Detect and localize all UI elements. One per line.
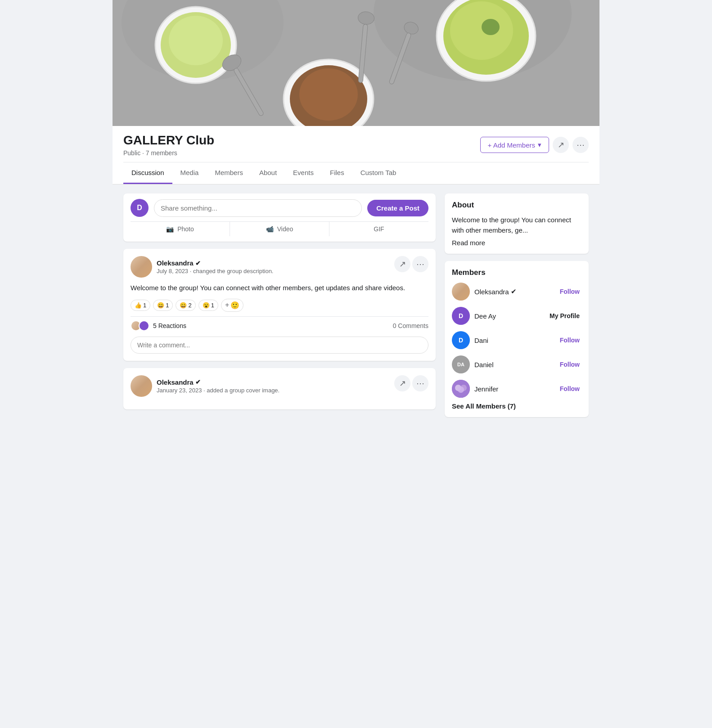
post-author-details-2: Oleksandra ✔ January 23, 2023 · added a … <box>157 378 279 394</box>
composer-top: D Create a Post <box>131 199 428 217</box>
reactions-count-1: 5 Reactions <box>153 322 186 329</box>
sidebar-column: About Welcome to the group! You can conn… <box>445 193 589 417</box>
my-profile-button[interactable]: My Profile <box>548 310 581 321</box>
add-members-label: + Add Members <box>488 141 535 149</box>
group-header-top: GALLERY Club Public · 7 members + Add Me… <box>123 133 589 162</box>
reactions-bar-1: 👍 1 😄 1 😀 2 😮 1 <box>131 299 428 312</box>
member-avatar-jennifer <box>452 380 470 398</box>
gif-label: GIF <box>374 225 384 233</box>
grin-emoji: 😄 <box>157 302 164 309</box>
share-button[interactable]: ↗ <box>553 137 569 153</box>
chevron-down-icon: ▾ <box>538 141 541 149</box>
post-meta-1: July 8, 2023 · changed the group descrip… <box>157 268 273 274</box>
page-container: GALLERY Club Public · 7 members + Add Me… <box>113 0 599 426</box>
tab-files[interactable]: Files <box>322 162 352 184</box>
reaction-smile[interactable]: 😀 2 <box>176 300 195 311</box>
member-info-deeay: D Dee Ay <box>452 307 496 325</box>
svg-point-6 <box>169 16 223 65</box>
member-name-daniel: Daniel <box>474 361 494 368</box>
reactor-avatar-2 <box>139 320 149 331</box>
comments-count-1: 0 Comments <box>393 322 428 329</box>
tab-events[interactable]: Events <box>285 162 322 184</box>
follow-button-dani[interactable]: Follow <box>558 335 581 346</box>
cover-photo <box>113 0 599 126</box>
plus-icon: + <box>225 301 229 309</box>
verified-icon-2: ✔ <box>195 378 201 386</box>
member-info-dani: D Dani <box>452 331 488 349</box>
post-author-details-1: Oleksandra ✔ July 8, 2023 · changed the … <box>157 259 273 274</box>
tab-about[interactable]: About <box>251 162 285 184</box>
member-item-dani: D Dani Follow <box>452 331 581 349</box>
group-title-section: GALLERY Club Public · 7 members <box>123 133 214 157</box>
member-info-oleksandra: Oleksandra ✔ <box>452 283 517 301</box>
about-card: About Welcome to the group! You can conn… <box>445 193 589 254</box>
more-post-button-2[interactable]: ⋯ <box>412 375 428 391</box>
share-post-button-1[interactable]: ↗ <box>394 256 410 272</box>
member-name-dani: Dani <box>474 337 488 344</box>
follow-button-jennifer[interactable]: Follow <box>558 383 581 394</box>
tab-members[interactable]: Members <box>207 162 251 184</box>
see-all-members-link[interactable]: See All Members (7) <box>452 402 581 410</box>
compose-input[interactable] <box>154 199 362 217</box>
feed-column: D Create a Post 📷 Photo 📹 Video GIF <box>123 193 436 417</box>
group-header: GALLERY Club Public · 7 members + Add Me… <box>113 126 599 184</box>
member-name-oleksandra: Oleksandra ✔ <box>474 288 517 296</box>
share-post-button-2[interactable]: ↗ <box>394 375 410 391</box>
post-author-info-1: Oleksandra ✔ July 8, 2023 · changed the … <box>131 256 273 278</box>
member-item-daniel: DA Daniel Follow <box>452 355 581 373</box>
video-label: Video <box>277 225 293 233</box>
photo-label: Photo <box>177 225 194 233</box>
reaction-grin[interactable]: 😄 1 <box>153 300 173 311</box>
surprised-emoji: 😮 <box>203 302 210 309</box>
svg-point-13 <box>299 68 358 121</box>
member-avatar-deeay: D <box>452 307 470 325</box>
members-card: Members Oleksandra ✔ <box>445 261 589 417</box>
gif-action[interactable]: GIF <box>329 222 428 236</box>
reaction-surprised[interactable]: 😮 1 <box>198 300 218 311</box>
member-name-deeay: Dee Ay <box>474 312 496 320</box>
create-post-button[interactable]: Create a Post <box>367 200 428 216</box>
comment-area-1 <box>131 337 428 354</box>
post-top-actions-2: ↗ ⋯ <box>394 375 428 391</box>
comment-input-1[interactable] <box>131 337 428 354</box>
post-author-info-2: Oleksandra ✔ January 23, 2023 · added a … <box>131 375 279 397</box>
tab-custom[interactable]: Custom Tab <box>352 162 405 184</box>
member-list: Oleksandra ✔ Follow D Dee Ay My Profile <box>452 283 581 398</box>
group-name: GALLERY Club <box>123 133 214 148</box>
follow-button-daniel[interactable]: Follow <box>558 359 581 370</box>
video-action[interactable]: 📹 Video <box>230 222 329 236</box>
composer-actions: 📷 Photo 📹 Video GIF <box>131 221 428 236</box>
post-author-name-2: Oleksandra ✔ <box>157 378 279 386</box>
svg-point-9 <box>450 1 513 60</box>
add-reaction-button[interactable]: + 🙂 <box>221 299 243 312</box>
share-icon: ↗ <box>558 140 564 150</box>
follow-button-oleksandra[interactable]: Follow <box>558 286 581 297</box>
more-post-button-1[interactable]: ⋯ <box>412 256 428 272</box>
tab-discussion[interactable]: Discussion <box>123 162 172 184</box>
member-info-daniel: DA Daniel <box>452 355 494 373</box>
member-name-jennifer: Jennifer <box>474 385 498 393</box>
read-more-link[interactable]: Read more <box>452 239 581 247</box>
group-meta: Public · 7 members <box>123 149 214 157</box>
member-item-jennifer: Jennifer Follow <box>452 380 581 398</box>
post-top-actions-1: ↗ ⋯ <box>394 256 428 272</box>
reaction-thumbsup[interactable]: 👍 1 <box>131 300 150 311</box>
current-user-avatar: D <box>131 199 149 217</box>
post-meta-2: January 23, 2023 · added a group cover i… <box>157 387 279 394</box>
reactions-summary-1: 5 Reactions <box>131 320 186 331</box>
verified-icon-oleksandra: ✔ <box>511 288 517 296</box>
post-composer: D Create a Post 📷 Photo 📹 Video GIF <box>123 193 436 242</box>
member-avatar-oleksandra <box>452 283 470 301</box>
tab-media[interactable]: Media <box>172 162 207 184</box>
member-info-jennifer: Jennifer <box>452 380 498 398</box>
svg-point-23 <box>458 386 464 393</box>
members-title: Members <box>452 268 581 277</box>
more-options-button[interactable]: ⋯ <box>572 137 589 153</box>
oleksandra-avatar-img <box>131 256 152 278</box>
photo-action[interactable]: 📷 Photo <box>131 222 230 236</box>
member-avatar-daniel: DA <box>452 355 470 373</box>
post-card-2: Oleksandra ✔ January 23, 2023 · added a … <box>123 368 436 409</box>
post-footer-1: 5 Reactions 0 Comments <box>131 316 428 331</box>
add-members-button[interactable]: + Add Members ▾ <box>480 137 549 153</box>
svg-point-10 <box>482 19 500 35</box>
